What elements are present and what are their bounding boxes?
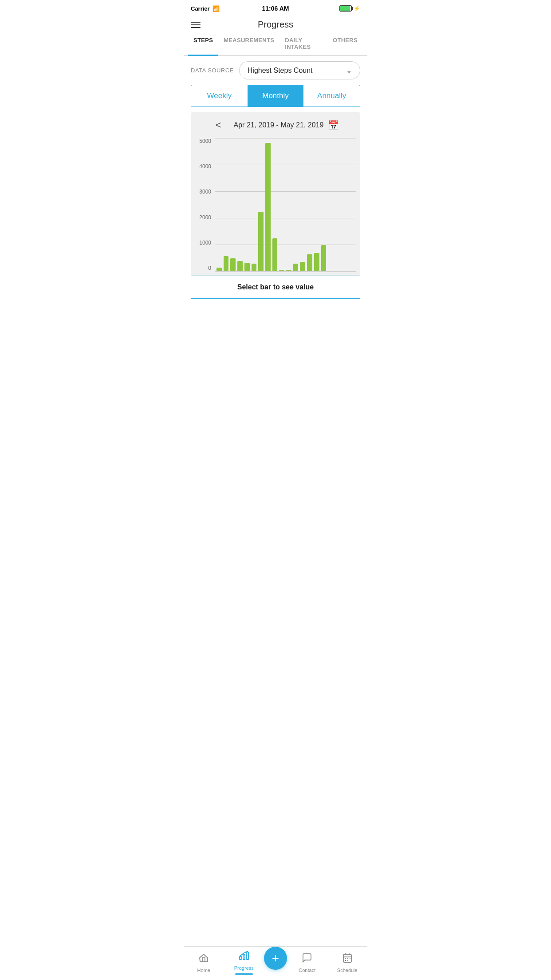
tab-others[interactable]: OTHERS [327,32,363,56]
date-range-text: Apr 21, 2019 - May 21, 2019 [234,121,324,129]
bar-13[interactable] [307,254,312,271]
data-source-label: DATA SOURCE [191,67,234,74]
chart-nav: < Apr 21, 2019 - May 21, 2019 📅 [195,119,356,131]
period-weekly[interactable]: Weekly [191,85,248,107]
y-label-0: 0 [195,265,214,271]
status-bar: Carrier 📶 11:06 AM ⚡ [184,0,367,16]
bar-4[interactable] [244,263,250,271]
bar-3[interactable] [237,261,243,271]
bar-chart: 5000 4000 3000 2000 1000 0 [195,138,356,271]
y-label-4000: 4000 [195,163,214,170]
bar-2[interactable] [230,258,236,271]
hamburger-button[interactable] [191,22,201,28]
bar-15[interactable] [321,245,327,271]
status-carrier: Carrier 📶 [191,5,220,12]
bar-8[interactable] [272,238,278,271]
bolt-icon: ⚡ [354,5,360,12]
bar-6[interactable] [258,212,264,271]
chart-area [215,138,356,271]
bar-7[interactable] [265,143,271,271]
data-source-selected: Highest Steps Count [248,67,313,75]
battery-icon [339,5,352,12]
select-hint: Select bar to see value [191,276,360,299]
grid-line-0 [215,271,356,272]
bar-11[interactable] [293,264,299,271]
bar-10[interactable] [286,270,291,271]
tab-daily-intakes[interactable]: DAILY INTAKES [279,32,327,56]
y-axis: 5000 4000 3000 2000 1000 0 [195,138,214,271]
bars-row[interactable] [215,138,356,271]
chart-container: < Apr 21, 2019 - May 21, 2019 📅 5000 400… [191,112,360,276]
data-source-dropdown[interactable]: Highest Steps Count ⌄ [239,61,360,79]
header: Progress [184,16,367,32]
y-label-1000: 1000 [195,240,214,246]
y-label-3000: 3000 [195,189,214,195]
tab-steps[interactable]: STEPS [188,32,218,56]
tab-bar: STEPS MEASUREMENTS DAILY INTAKES OTHERS [184,32,367,56]
period-annually[interactable]: Annually [303,85,360,107]
status-battery: ⚡ [339,5,360,12]
chart-prev-button[interactable]: < [212,119,225,131]
tab-measurements[interactable]: MEASUREMENTS [218,32,279,56]
bar-14[interactable] [314,253,319,271]
bar-12[interactable] [300,262,305,271]
page-title: Progress [258,20,293,30]
y-label-5000: 5000 [195,138,214,144]
bar-1[interactable] [224,256,229,271]
bar-9[interactable] [279,270,284,271]
period-toggle: Weekly Monthly Annually [191,85,360,107]
wifi-icon: 📶 [213,5,220,12]
chart-grid [215,138,356,271]
chevron-down-icon: ⌄ [346,66,352,75]
period-monthly[interactable]: Monthly [248,85,304,107]
select-hint-text: Select bar to see value [237,283,314,291]
bar-0[interactable] [216,268,222,271]
y-label-2000: 2000 [195,214,214,221]
bar-5[interactable] [252,264,257,271]
calendar-icon[interactable]: 📅 [328,120,339,130]
status-time: 11:06 AM [262,5,289,12]
chart-date-range: Apr 21, 2019 - May 21, 2019 📅 [234,120,339,130]
data-source-row: DATA SOURCE Highest Steps Count ⌄ [184,56,367,85]
